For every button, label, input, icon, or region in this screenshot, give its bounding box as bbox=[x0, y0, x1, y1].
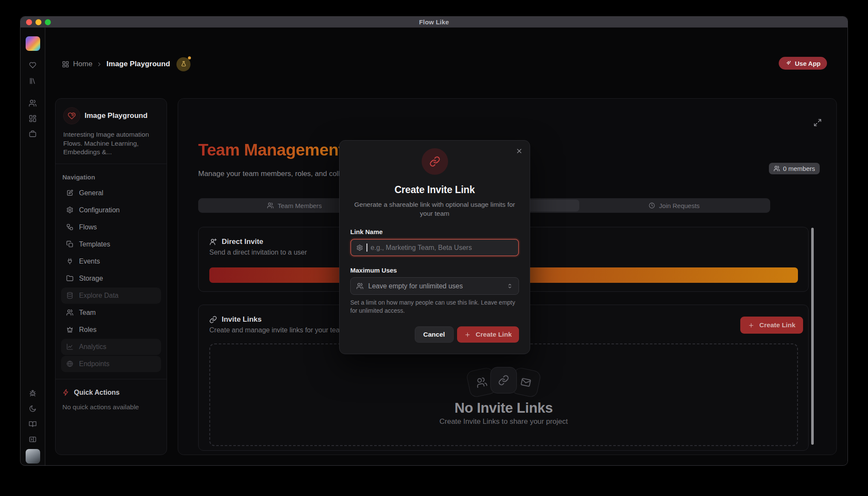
link-card-icon bbox=[490, 367, 517, 393]
nav-item-team[interactable]: Team bbox=[61, 305, 161, 321]
gear-icon bbox=[356, 244, 363, 251]
create-invite-link-dialog: Create Invite Link Generate a shareable … bbox=[339, 140, 530, 354]
nav-item-roles[interactable]: Roles bbox=[61, 322, 161, 338]
empty-state-subtitle: Create Invite Links to share your projec… bbox=[440, 417, 568, 426]
window-title: Flow Like bbox=[419, 18, 449, 26]
nav-item-templates[interactable]: Templates bbox=[61, 236, 161, 252]
screen: Flow Like bbox=[0, 0, 868, 496]
app-logo[interactable] bbox=[26, 36, 40, 51]
project-panel: Image Playground Interesting Image autom… bbox=[55, 98, 167, 455]
gear-icon bbox=[66, 206, 73, 214]
cancel-button[interactable]: Cancel bbox=[415, 326, 454, 343]
quick-actions-empty: No quick actions available bbox=[56, 396, 167, 411]
plus-icon bbox=[464, 332, 471, 338]
breadcrumb-home[interactable]: Home bbox=[73, 60, 92, 68]
window-controls bbox=[26, 17, 51, 27]
topbar: Home Image Playground Use App bbox=[45, 28, 848, 88]
apps-button[interactable] bbox=[26, 111, 40, 126]
project-header: Image Playground bbox=[56, 99, 167, 124]
favorites-button[interactable] bbox=[26, 58, 40, 72]
folder-icon bbox=[66, 275, 73, 282]
max-uses-select[interactable]: Leave empty for unlimited uses bbox=[350, 277, 519, 295]
expand-button[interactable] bbox=[813, 118, 822, 127]
users-icon bbox=[66, 309, 73, 316]
use-app-button[interactable]: Use App bbox=[779, 57, 827, 70]
community-button[interactable] bbox=[26, 96, 40, 110]
user-avatar[interactable] bbox=[26, 449, 40, 464]
zap-icon bbox=[62, 389, 70, 396]
page-subtitle: Manage your team members, roles, and col… bbox=[198, 170, 340, 178]
theme-toggle-button[interactable] bbox=[26, 401, 40, 416]
max-uses-label: Maximum Uses bbox=[350, 267, 519, 274]
nav-item-general[interactable]: General bbox=[61, 185, 161, 201]
workflow-icon bbox=[66, 223, 73, 231]
minimize-window-button[interactable] bbox=[35, 19, 41, 25]
create-link-button[interactable]: Create Link bbox=[740, 317, 803, 334]
nav-item-flows[interactable]: Flows bbox=[61, 219, 161, 235]
dialog-description: Generate a shareable link with optional … bbox=[348, 200, 522, 218]
invite-links-title: Invite Links bbox=[222, 315, 262, 324]
library-button[interactable] bbox=[26, 73, 40, 88]
nav-item-endpoints: Endpoints bbox=[61, 356, 161, 372]
debug-button[interactable] bbox=[26, 386, 40, 400]
max-uses-value: Leave empty for unlimited uses bbox=[368, 282, 502, 290]
nav-item-storage[interactable]: Storage bbox=[61, 270, 161, 287]
close-icon bbox=[516, 147, 523, 155]
flask-icon bbox=[180, 61, 187, 68]
chevrons-up-down-icon bbox=[507, 283, 513, 289]
bug-icon bbox=[29, 389, 37, 397]
breadcrumb: Home Image Playground bbox=[62, 57, 191, 71]
beta-flask-badge bbox=[176, 57, 191, 71]
heart-icon bbox=[29, 61, 37, 69]
edit-icon bbox=[66, 189, 73, 197]
toggle-panel-button[interactable] bbox=[26, 432, 40, 446]
max-uses-helper: Set a limit on how many people can use t… bbox=[350, 299, 517, 315]
project-nav: General Configuration Flows Templates Ev… bbox=[56, 185, 167, 372]
close-window-button[interactable] bbox=[26, 19, 32, 25]
dialog-link-badge bbox=[422, 148, 448, 175]
nav-section-label: Navigation bbox=[56, 164, 167, 185]
scrollbar-thumb[interactable] bbox=[811, 228, 814, 445]
nav-item-events[interactable]: Events bbox=[61, 253, 161, 270]
notification-dot bbox=[188, 56, 191, 59]
maximize-icon bbox=[813, 118, 822, 127]
nav-item-explore-data: Explore Data bbox=[61, 288, 161, 304]
nav-item-analytics: Analytics bbox=[61, 339, 161, 355]
users-icon bbox=[774, 165, 780, 172]
panel-right-icon bbox=[29, 435, 37, 443]
crown-icon bbox=[66, 326, 73, 333]
direct-invite-title: Direct Invite bbox=[222, 238, 263, 246]
dialog-create-link-button[interactable]: Create Link bbox=[457, 326, 519, 343]
nav-item-configuration[interactable]: Configuration bbox=[61, 202, 161, 218]
plug-icon bbox=[66, 258, 73, 265]
invite-links-empty-state: No Invite Links Create Invite Links to s… bbox=[209, 343, 798, 446]
text-cursor bbox=[367, 244, 367, 252]
empty-state-icons bbox=[468, 369, 539, 396]
link-name-input[interactable] bbox=[350, 239, 519, 256]
page-title: Team Management bbox=[198, 141, 344, 159]
store-button[interactable] bbox=[26, 126, 40, 141]
home-grid-icon bbox=[62, 61, 69, 68]
globe-icon bbox=[66, 360, 73, 367]
clock-icon bbox=[648, 202, 655, 209]
book-open-icon bbox=[29, 420, 37, 428]
zoom-window-button[interactable] bbox=[45, 19, 51, 25]
layout-grid-icon bbox=[29, 114, 37, 123]
database-icon bbox=[66, 292, 73, 299]
docs-button[interactable] bbox=[26, 417, 40, 431]
empty-state-title: No Invite Links bbox=[455, 400, 553, 416]
chevron-right-icon bbox=[96, 61, 103, 68]
user-plus-icon bbox=[209, 238, 217, 246]
users-icon bbox=[267, 202, 274, 209]
chart-icon bbox=[66, 343, 73, 350]
link-icon bbox=[209, 316, 217, 323]
copy-icon bbox=[66, 241, 73, 248]
tab-join-requests[interactable]: Join Requests bbox=[579, 200, 769, 211]
heart-logo-icon bbox=[67, 111, 76, 120]
dialog-close-button[interactable] bbox=[516, 147, 523, 155]
moon-icon bbox=[29, 405, 37, 413]
project-title: Image Playground bbox=[85, 112, 147, 120]
link-name-field[interactable] bbox=[371, 244, 513, 252]
users-icon bbox=[29, 99, 37, 107]
dialog-title: Create Invite Link bbox=[340, 184, 530, 196]
